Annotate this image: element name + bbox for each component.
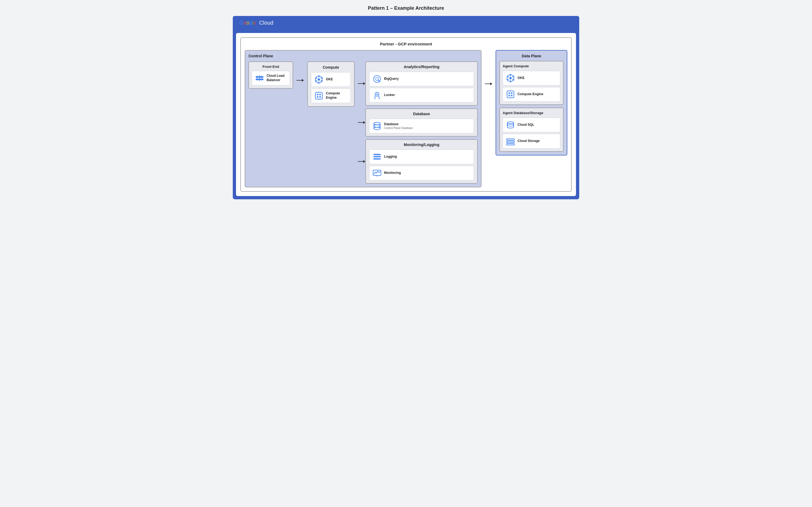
database-label: Database (369, 112, 474, 116)
cloudsql-icon (506, 120, 515, 130)
partner-env-label: Partner - GCP environment (245, 42, 567, 46)
database-icon (372, 121, 382, 131)
data-plane-label: Data Plane (499, 54, 563, 58)
gke-dp-icon (506, 73, 515, 83)
service-card-compute-engine: Compute Engine (311, 89, 351, 103)
compute-engine-icon (314, 91, 324, 101)
agent-compute: Agent Compute GKE Compute (499, 61, 563, 105)
gke-compute-icon (314, 75, 324, 84)
looker-name2: Looker (384, 93, 395, 97)
gke-compute-name: GKE (326, 77, 333, 82)
bigquery-icon (372, 74, 382, 84)
frontend-box: Front End Cloud Load Balancer (249, 61, 293, 89)
data-plane: Data Plane Agent Compute GKE (496, 50, 567, 156)
database-sub: Control Plane Database (384, 126, 413, 130)
compute-label: Compute (311, 65, 351, 69)
analytics-section: Analytics/Reporting BigQuery (365, 61, 478, 106)
partner-env: Partner - GCP environment Control Plane … (240, 37, 572, 192)
service-card-cloudsql: Cloud SQL (503, 118, 560, 132)
service-card-looker: BigQuery Looker (369, 88, 474, 103)
cp-right-area: Analytics/Reporting BigQuery (358, 61, 478, 184)
service-card-gke-compute: GKE (311, 72, 351, 87)
monitoring-name: Monitoring (384, 171, 401, 175)
service-card-gke-dp: GKE (503, 71, 560, 86)
cp-inner: Front End Cloud Load Balancer (249, 61, 478, 184)
analytics-label: Analytics/Reporting (369, 65, 474, 69)
main-content-row: Control Plane Front End Cloud Load Balan… (245, 50, 567, 187)
database-section: Database Database Control Plane Database (365, 108, 478, 136)
monitoring-section: Monitoring/Logging Logging (365, 139, 478, 184)
logging-name: Logging (384, 155, 397, 159)
control-plane-label: Control Plane (249, 54, 478, 58)
google-cloud-logo: Google Cloud (239, 20, 273, 26)
arrow-cp-dp (485, 50, 492, 85)
monitoring-label: Monitoring/Logging (369, 143, 474, 147)
compute-engine-dp-icon (506, 90, 515, 99)
agent-compute-label: Agent Compute (503, 64, 560, 68)
gke-dp-name: GKE (517, 76, 524, 80)
compute-section: Compute GKE (307, 61, 355, 107)
service-card-lb: Cloud Load Balancer (252, 71, 290, 86)
control-plane: Control Plane Front End Cloud Load Balan… (245, 50, 481, 187)
cloudstorage-icon (506, 136, 515, 146)
compute-engine-dp-name: Compute Engine (517, 92, 543, 97)
service-card-database: Database Control Plane Database (369, 119, 474, 133)
compute-engine-name: Compute Engine (326, 92, 348, 100)
google-logo-text: Google (239, 20, 256, 26)
service-card-compute-engine-dp: Compute Engine (503, 87, 560, 102)
cloud-logo-text: Cloud (259, 20, 273, 26)
service-card-logging: Logging (369, 150, 474, 164)
lb-name: Cloud Load Balancer (267, 74, 287, 82)
monitoring-icon (372, 168, 382, 178)
inner-frame: Partner - GCP environment Control Plane … (236, 33, 576, 196)
frontend-label: Front End (262, 65, 279, 69)
cloudsql-name: Cloud SQL (517, 123, 534, 127)
service-card-cloudstorage: Cloud Storage (503, 134, 560, 149)
logging-icon (372, 152, 382, 162)
service-card-bigquery: BigQuery (369, 72, 474, 86)
lb-icon (255, 73, 264, 83)
outer-frame: Google Cloud Partner - GCP environment C… (233, 16, 579, 199)
page-title: Pattern 1 – Example Architecture (368, 5, 444, 11)
google-cloud-header: Google Cloud (233, 16, 579, 30)
database-name: Database (384, 122, 413, 126)
agent-db-label: Agent Database/Storage (503, 111, 560, 115)
bigquery-name: BigQuery (384, 77, 399, 81)
looker-icon (372, 90, 382, 100)
arrow-fe-compute (296, 61, 304, 82)
cloudstorage-name: Cloud Storage (517, 139, 540, 143)
agent-db: Agent Database/Storage Cloud SQL (499, 108, 563, 152)
service-card-monitoring: Monitoring (369, 166, 474, 180)
